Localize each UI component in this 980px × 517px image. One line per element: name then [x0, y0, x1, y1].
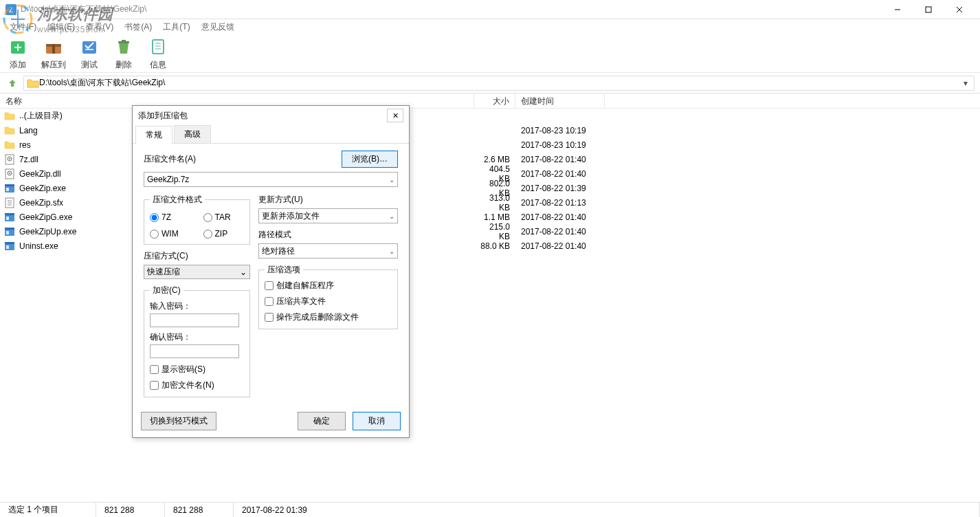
dialog-title: 添加到压缩包: [138, 110, 387, 122]
toolbar-info[interactable]: 信息: [147, 36, 169, 71]
address-dropdown-icon[interactable]: ▾: [960, 78, 971, 88]
toolbar-delete[interactable]: 删除: [113, 36, 135, 71]
format-zip[interactable]: ZIP: [203, 229, 245, 239]
menu-file[interactable]: 文件(F): [4, 20, 42, 34]
file-date: 2017-08-22 01:39: [515, 184, 605, 193]
address-input[interactable]: [39, 78, 960, 88]
toolbar-test[interactable]: 测试: [78, 36, 100, 71]
dialog-footer: 切换到轻巧模式 确定 取消: [141, 412, 401, 430]
address-input-container: ▾: [23, 76, 975, 91]
titlebar: Z D:\tools\桌面\河东下载站\GeekZip\: [0, 0, 980, 19]
file-name: Uninst.exe: [19, 241, 58, 251]
folder-icon: [27, 78, 39, 88]
status-selection: 选定 1 个项目: [0, 503, 96, 517]
svg-rect-5: [926, 7, 931, 12]
minimize-button[interactable]: [882, 0, 913, 19]
svg-rect-13: [118, 41, 129, 43]
opt-sfx-checkbox[interactable]: 创建自解压程序: [265, 280, 392, 292]
archive-name-combo[interactable]: GeekZip.7z⌄: [144, 172, 398, 187]
svg-rect-27: [6, 188, 9, 191]
status-size2: 821 288: [165, 503, 234, 517]
exe-icon: [4, 226, 15, 237]
toolbar: 添加 解压到 测试 删除 信息: [0, 34, 980, 73]
maximize-button[interactable]: [913, 0, 944, 19]
exe-icon: [4, 241, 15, 252]
dll-icon: [4, 168, 15, 179]
opt-share-checkbox[interactable]: 压缩共享文件: [265, 296, 392, 307]
folder-icon: [4, 111, 15, 122]
file-name: GeekZipG.exe: [19, 212, 72, 222]
svg-rect-37: [6, 231, 9, 234]
chevron-down-icon: ⌄: [389, 248, 394, 255]
ok-button[interactable]: 确定: [298, 412, 346, 430]
menu-tools[interactable]: 工具(T): [157, 20, 195, 34]
format-wim[interactable]: WIM: [150, 229, 191, 239]
file-size: 88.0 KB: [474, 241, 515, 251]
cancel-button[interactable]: 取消: [353, 412, 401, 430]
file-name: 7z.dll: [19, 155, 38, 164]
encrypt-names-checkbox[interactable]: 加密文件名(N): [150, 380, 244, 391]
file-date: 2017-08-23 10:19: [515, 126, 605, 135]
format-tar[interactable]: TAR: [203, 212, 245, 222]
file-date: 2017-08-22 01:40: [515, 169, 605, 179]
menu-view[interactable]: 查看(V): [80, 20, 119, 34]
toolbar-add[interactable]: 添加: [7, 36, 29, 71]
encrypt-fieldset: 加密(C) 输入密码： 确认密码： 显示密码(S) 加密文件名(N): [144, 285, 250, 397]
file-date: 2017-08-22 01:40: [515, 241, 605, 251]
app-icon: Z: [5, 4, 16, 15]
file-date: 2017-08-23 10:19: [515, 140, 605, 150]
switch-mode-button[interactable]: 切换到轻巧模式: [141, 412, 216, 430]
file-size: 2.6 MB: [474, 155, 515, 164]
pwd-confirm-label: 确认密码：: [150, 331, 244, 343]
file-name: GeekZip.dll: [19, 169, 61, 179]
chevron-down-icon: ⌄: [389, 176, 394, 184]
svg-rect-14: [122, 40, 126, 41]
info-icon: [147, 36, 169, 58]
file-name: res: [19, 140, 31, 150]
close-button[interactable]: [944, 0, 975, 19]
compress-options-fieldset: 压缩选项 创建自解压程序 压缩共享文件 操作完成后删除源文件: [258, 264, 398, 329]
dll-icon: [4, 154, 15, 165]
svg-point-21: [9, 158, 10, 160]
archive-name-label: 压缩文件名(A): [144, 153, 196, 165]
dialog-tabs: 常规 高级: [133, 125, 409, 144]
show-password-checkbox[interactable]: 显示密码(S): [150, 364, 244, 375]
file-size: 313.0 KB: [474, 193, 515, 212]
folder-icon: [4, 125, 15, 136]
addressbar: ▾: [0, 73, 980, 94]
file-name: ..(上级目录): [19, 110, 63, 122]
pwd-label: 输入密码：: [150, 300, 244, 312]
status-size1: 821 288: [96, 503, 165, 517]
password-input[interactable]: [150, 314, 239, 327]
path-mode-label: 路径模式: [258, 229, 398, 241]
format-7z[interactable]: 7Z: [150, 212, 191, 222]
file-name: Lang: [19, 126, 38, 135]
tab-advanced[interactable]: 高级: [174, 125, 211, 143]
browse-button[interactable]: 浏览(B)…: [342, 151, 398, 168]
file-date: 2017-08-22 01:40: [515, 212, 605, 222]
format-fieldset: 压缩文件格式 7Z TAR WIM ZIP: [144, 194, 250, 245]
menu-bookmark[interactable]: 书签(A): [119, 20, 157, 34]
menu-edit[interactable]: 编辑(E): [42, 20, 80, 34]
file-name: GeekZip.sfx: [19, 198, 63, 208]
dialog-close-button[interactable]: ✕: [387, 109, 403, 122]
method-combo[interactable]: 快速压缩⌄: [144, 265, 250, 279]
svg-text:Z: Z: [9, 6, 13, 14]
toolbar-extract[interactable]: 解压到: [41, 36, 66, 71]
password-confirm-input[interactable]: [150, 344, 239, 358]
svg-rect-15: [153, 40, 164, 54]
opt-delete-checkbox[interactable]: 操作完成后删除源文件: [265, 311, 392, 323]
tab-general[interactable]: 常规: [135, 126, 172, 144]
path-mode-combo[interactable]: 绝对路径⌄: [258, 243, 398, 258]
file-date: 2017-08-22 01:13: [515, 198, 605, 208]
up-arrow-icon: [7, 78, 18, 89]
statusbar: 选定 1 个项目 821 288 821 288 2017-08-22 01:3…: [0, 502, 980, 517]
up-button[interactable]: [5, 76, 19, 90]
file-date: 2017-08-22 01:40: [515, 227, 605, 236]
column-date[interactable]: 创建时间: [515, 94, 605, 108]
column-size[interactable]: 大小: [474, 94, 515, 108]
status-datetime: 2017-08-22 01:39: [234, 503, 980, 517]
exe-icon: [4, 183, 15, 194]
update-mode-combo[interactable]: 更新并添加文件⌄: [258, 208, 398, 223]
menu-feedback[interactable]: 意见反馈: [196, 20, 240, 34]
